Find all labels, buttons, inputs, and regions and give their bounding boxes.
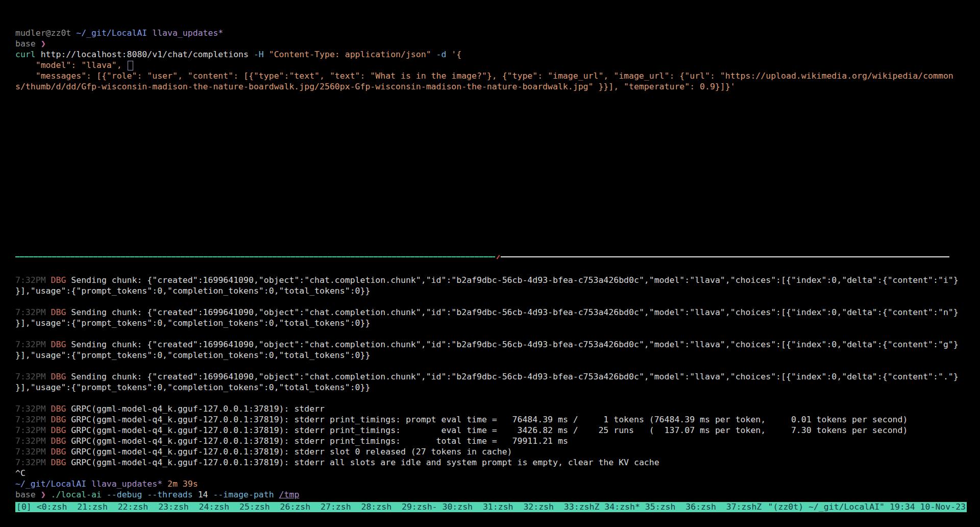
prompt-venv: base <box>15 39 41 49</box>
prompt-path: ~/_git/LocalAI <box>15 479 91 489</box>
log-message: }],"usage":{"prompt_tokens":0,"completio… <box>15 350 370 360</box>
log-line-wrap: }],"usage":{"prompt_tokens":0,"completio… <box>15 382 967 393</box>
log-level: DBG <box>51 340 71 349</box>
log-level: DBG <box>51 307 71 317</box>
log-line: 7:32PM DBG Sending chunk: {"created":169… <box>15 371 967 382</box>
shell-prompt-line: ~/_git/LocalAI llava_updates* 2m 39s <box>15 478 967 489</box>
log-message: Sending chunk: {"created":1699641090,"ob… <box>71 372 958 381</box>
tmux-status-bar[interactable]: [0] <0:zsh 21:zsh 22:zsh 23:zsh 24:zsh 2… <box>15 502 967 512</box>
prompt-duration: 2m 39s <box>167 479 198 489</box>
pane-divider-active-segment <box>15 256 495 257</box>
log-level: DBG <box>51 447 71 457</box>
command-line-continuation: s/thumb/d/dd/Gfp-wisconsin-madison-the-n… <box>15 81 967 92</box>
blank-line <box>15 393 967 403</box>
log-line: 7:32PM DBG GRPC(ggml-model-q4_k.gguf-127… <box>15 436 967 446</box>
log-timestamp: 7:32PM <box>15 436 51 446</box>
command-arg-content-type: "Content-Type: application/json" <box>269 50 436 59</box>
terminal-screen[interactable]: mudler@zz0t ~/_git/LocalAI llava_updates… <box>0 0 980 527</box>
command-line: base ❯ ./local-ai --debug --threads 14 -… <box>15 489 967 500</box>
prompt-symbol: ❯ <box>41 490 51 499</box>
json-body-messages: "messages": [{"role": "user", "content":… <box>15 71 953 81</box>
log-level: DBG <box>51 425 71 435</box>
command-arg-url: http://localhost:8080/v1/chat/completion… <box>41 50 254 59</box>
log-message: GRPC(ggml-model-q4_k.gguf-127.0.0.1:3781… <box>71 415 908 424</box>
log-line: 7:32PM DBG Sending chunk: {"created":169… <box>15 275 967 285</box>
log-timestamp: 7:32PM <box>15 307 51 317</box>
log-message: Sending chunk: {"created":1699641090,"ob… <box>71 340 958 349</box>
command-arg-threads-value: 14 <box>198 490 213 499</box>
command-flag-data: -d <box>436 50 452 59</box>
command-flag-debug: --debug <box>107 490 147 499</box>
prompt-symbol: ❯ <box>41 39 46 49</box>
log-timestamp: 7:32PM <box>15 458 51 467</box>
log-level: DBG <box>51 275 71 285</box>
prompt-user-host: mudler@zz0t <box>15 28 76 38</box>
command-line-continuation: "messages": [{"role": "user", "content":… <box>15 70 967 81</box>
log-timestamp: 7:32PM <box>15 372 51 381</box>
log-timestamp: 7:32PM <box>15 275 51 285</box>
pane-divider-inactive-segment <box>501 256 949 257</box>
log-line: 7:32PM DBG Sending chunk: {"created":169… <box>15 307 967 318</box>
shell-prompt-line: mudler@zz0t ~/_git/LocalAI llava_updates… <box>15 28 967 38</box>
log-level: DBG <box>51 436 71 446</box>
log-level: DBG <box>51 404 71 414</box>
log-message: GRPC(ggml-model-q4_k.gguf-127.0.0.1:3781… <box>71 404 325 414</box>
log-line: 7:32PM DBG GRPC(ggml-model-q4_k.gguf-127… <box>15 403 967 414</box>
top-pane: mudler@zz0t ~/_git/LocalAI llava_updates… <box>15 28 967 255</box>
prompt-venv: base <box>15 490 41 499</box>
pane-divider <box>15 255 967 258</box>
command-flag-image-path: --image-path <box>213 490 279 499</box>
log-timestamp: 7:32PM <box>15 447 51 457</box>
tmp-path-link[interactable]: /tmp <box>279 490 300 499</box>
log-line: 7:32PM DBG GRPC(ggml-model-q4_k.gguf-127… <box>15 446 967 457</box>
command-arg-body-start: '{ <box>451 50 461 59</box>
log-message: GRPC(ggml-model-q4_k.gguf-127.0.0.1:3781… <box>71 436 568 446</box>
blank-line <box>15 296 967 307</box>
log-line: 7:32PM DBG Sending chunk: {"created":169… <box>15 339 967 350</box>
log-level: DBG <box>51 458 71 467</box>
command-flag-threads: --threads <box>147 490 198 499</box>
log-message: }],"usage":{"prompt_tokens":0,"completio… <box>15 318 370 328</box>
log-level: DBG <box>51 372 71 381</box>
log-message: }],"usage":{"prompt_tokens":0,"completio… <box>15 382 370 392</box>
command-name: curl <box>15 50 41 59</box>
log-message: Sending chunk: {"created":1699641090,"ob… <box>71 275 958 285</box>
json-body-tail: s/thumb/d/dd/Gfp-wisconsin-madison-the-n… <box>15 82 736 91</box>
prompt-git-branch: llava_updates* <box>91 479 167 489</box>
command-name: ./local-ai <box>51 490 107 499</box>
prompt-path: ~/_git/LocalAI <box>76 28 152 38</box>
blank-line <box>15 361 967 371</box>
log-message: GRPC(ggml-model-q4_k.gguf-127.0.0.1:3781… <box>71 447 512 457</box>
command-line: curl http://localhost:8080/v1/chat/compl… <box>15 49 967 60</box>
log-timestamp: 7:32PM <box>15 404 51 414</box>
blank-line <box>15 328 967 339</box>
json-body-model: "model": "llava", <box>15 60 127 70</box>
log-message: Sending chunk: {"created":1699641090,"ob… <box>71 307 958 317</box>
log-level: DBG <box>51 415 71 424</box>
log-message: }],"usage":{"prompt_tokens":0,"completio… <box>15 286 370 296</box>
interrupt-line: ^C <box>15 468 967 478</box>
log-line: 7:32PM DBG GRPC(ggml-model-q4_k.gguf-127… <box>15 457 967 468</box>
log-message: GRPC(ggml-model-q4_k.gguf-127.0.0.1:3781… <box>71 425 908 435</box>
tmux-window-list[interactable]: [0] <0:zsh 21:zsh 22:zsh 23:zsh 24:zsh 2… <box>16 502 762 512</box>
pane-divider-marker-icon <box>496 255 500 259</box>
log-line-wrap: }],"usage":{"prompt_tokens":0,"completio… <box>15 318 967 328</box>
log-timestamp: 7:32PM <box>15 415 51 424</box>
shell-prompt-line: base ❯ <box>15 38 967 49</box>
sigint-echo: ^C <box>15 468 26 478</box>
prompt-git-branch: llava_updates* <box>152 28 223 38</box>
terminal-cursor <box>128 61 133 70</box>
log-timestamp: 7:32PM <box>15 425 51 435</box>
command-flag-header: -H <box>254 50 269 59</box>
log-line: 7:32PM DBG GRPC(ggml-model-q4_k.gguf-127… <box>15 414 967 425</box>
log-line-wrap: }],"usage":{"prompt_tokens":0,"completio… <box>15 285 967 296</box>
log-timestamp: 7:32PM <box>15 340 51 349</box>
log-line: 7:32PM DBG GRPC(ggml-model-q4_k.gguf-127… <box>15 425 967 436</box>
tmux-status-right: "(zz0t) ~/_git/LocalAI" 19:34 10-Nov-23 <box>768 502 966 512</box>
log-line-wrap: }],"usage":{"prompt_tokens":0,"completio… <box>15 350 967 361</box>
command-line-continuation: "model": "llava", <box>15 60 967 70</box>
bottom-pane: 7:32PM DBG Sending chunk: {"created":169… <box>15 275 967 500</box>
log-message: GRPC(ggml-model-q4_k.gguf-127.0.0.1:3781… <box>71 458 659 467</box>
